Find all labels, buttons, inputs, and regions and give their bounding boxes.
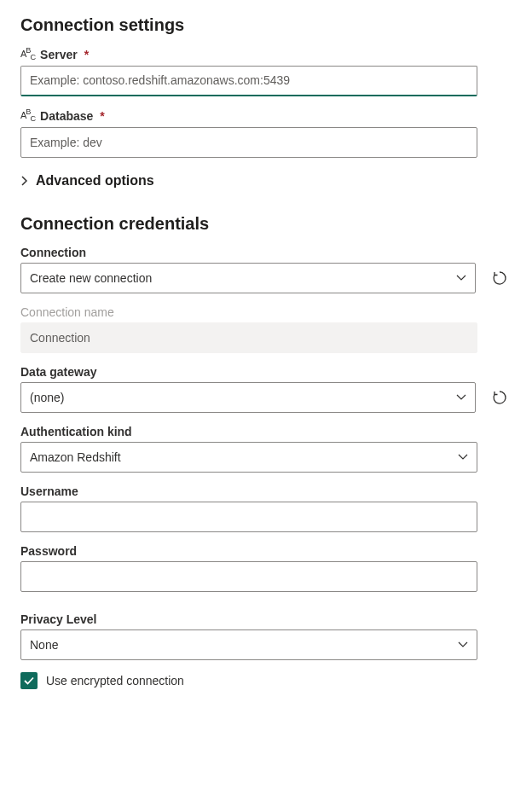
connection-settings-section: Connection settings ABC Server * ABC Dat… xyxy=(20,15,512,189)
checkmark-icon xyxy=(23,675,35,687)
username-label: Username xyxy=(20,484,512,498)
authentication-kind-select[interactable]: Amazon Redshift xyxy=(20,442,477,473)
chevron-down-icon xyxy=(458,640,468,650)
required-indicator: * xyxy=(100,109,104,123)
database-field: ABC Database * xyxy=(20,108,512,158)
password-label: Password xyxy=(20,544,512,558)
connection-settings-heading: Connection settings xyxy=(20,15,512,35)
refresh-icon xyxy=(491,389,508,406)
connection-label: Connection xyxy=(20,246,512,259)
server-label: ABC Server * xyxy=(20,47,512,62)
privacy-level-select[interactable]: None xyxy=(20,629,477,660)
encrypted-connection-checkbox[interactable] xyxy=(20,672,38,689)
data-gateway-label: Data gateway xyxy=(20,365,512,379)
privacy-level-field: Privacy Level None xyxy=(20,612,512,660)
username-input[interactable] xyxy=(20,502,477,532)
chevron-down-icon xyxy=(456,392,466,403)
database-label: ABC Database * xyxy=(20,108,512,124)
connection-name-label: Connection name xyxy=(20,305,512,319)
password-field: Password xyxy=(20,544,512,592)
connection-credentials-section: Connection credentials Connection Create… xyxy=(20,214,512,689)
refresh-connection-button[interactable] xyxy=(488,266,512,290)
connection-field: Connection Create new connection xyxy=(20,246,512,293)
data-gateway-select[interactable]: (none) xyxy=(20,382,476,413)
connection-name-field: Connection name xyxy=(20,305,512,353)
chevron-down-icon xyxy=(458,452,468,462)
chevron-down-icon xyxy=(456,273,466,283)
authentication-kind-field: Authentication kind Amazon Redshift xyxy=(20,425,512,473)
advanced-options-expander[interactable]: Advanced options xyxy=(20,173,512,189)
server-input[interactable] xyxy=(20,66,477,96)
connection-select[interactable]: Create new connection xyxy=(20,263,476,293)
chevron-right-icon xyxy=(20,175,29,187)
text-type-icon: ABC xyxy=(20,46,35,61)
encrypted-connection-row: Use encrypted connection xyxy=(20,672,512,689)
advanced-options-label: Advanced options xyxy=(36,173,154,189)
privacy-level-label: Privacy Level xyxy=(20,612,512,626)
refresh-gateway-button[interactable] xyxy=(488,386,512,409)
server-field: ABC Server * xyxy=(20,47,512,96)
refresh-icon xyxy=(491,270,508,287)
connection-credentials-heading: Connection credentials xyxy=(20,214,512,234)
data-gateway-field: Data gateway (none) xyxy=(20,365,512,413)
authentication-kind-label: Authentication kind xyxy=(20,425,512,438)
required-indicator: * xyxy=(84,48,89,61)
password-input[interactable] xyxy=(20,561,477,592)
connection-name-input xyxy=(20,322,477,353)
username-field: Username xyxy=(20,484,512,532)
database-input[interactable] xyxy=(20,127,477,158)
text-type-icon: ABC xyxy=(20,107,35,123)
encrypted-connection-label: Use encrypted connection xyxy=(46,674,184,687)
